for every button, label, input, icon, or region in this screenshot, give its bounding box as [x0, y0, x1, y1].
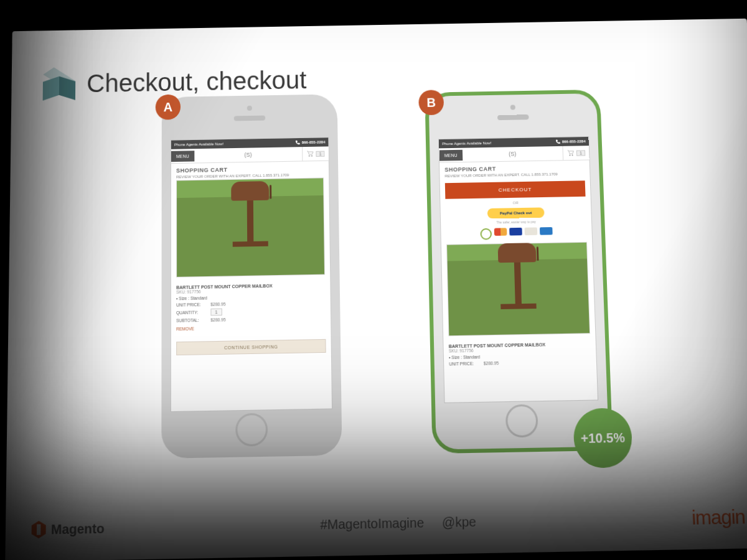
cart-icon [567, 150, 575, 156]
magento-footer-brand: Magento [32, 520, 105, 538]
paypal-tagline: The safer, easier way to pay [446, 219, 586, 225]
footer-hashtag: #MagentoImagine [320, 515, 424, 532]
mailbox-icon [498, 243, 538, 310]
subtotal-label: SUBTOTAL: [176, 318, 207, 323]
mini-cart[interactable]: 1 [562, 146, 589, 160]
svg-point-1 [311, 156, 312, 157]
svg-point-3 [572, 155, 573, 156]
mastercard-icon [494, 228, 507, 236]
home-button-icon [505, 404, 538, 437]
visa-icon [509, 228, 522, 236]
phone-frame-b: Phone Agents Available Now! 866-855-2284… [425, 90, 613, 454]
variant-b: B Phone Agents Available Now! 866-855-22… [425, 90, 613, 454]
variant-a: A Phone Agents Available Now! 866-855-22… [161, 94, 342, 459]
home-button-icon [235, 413, 268, 447]
topbar-phone: 866-855-2284 [562, 139, 586, 144]
or-separator: OR [445, 200, 585, 206]
unit-price-value: $280.95 [484, 361, 499, 366]
presentation-slide: Checkout, checkout A Phone Agents Availa… [5, 19, 747, 560]
paypal-button[interactable]: PayPal Check out [487, 207, 545, 218]
amex-icon [540, 227, 553, 235]
payment-method-icons [446, 226, 586, 241]
menu-button[interactable]: MENU [171, 151, 194, 162]
svg-point-2 [570, 155, 571, 156]
store-logo: (S) [463, 150, 563, 158]
menu-button[interactable]: MENU [439, 149, 463, 161]
continue-shopping-button[interactable]: CONTINUE SHOPPING [176, 339, 326, 355]
product-size: Size : Standard [451, 355, 480, 360]
remove-link[interactable]: REMOVE [176, 324, 326, 332]
unit-price-value: $280.95 [210, 302, 225, 307]
footer-event: imagin [691, 505, 745, 529]
screen-a: Phone Agents Available Now! 866-855-2284… [171, 137, 332, 412]
quantity-label: QUANTITY: [176, 310, 207, 315]
cart-count: 1 [316, 151, 325, 156]
subtotal-value: $280.95 [210, 317, 225, 322]
cart-count: 1 [576, 150, 585, 156]
product-size: Size : Standard [179, 296, 207, 301]
magento-logo-icon [32, 521, 46, 539]
mini-cart[interactable]: 1 [302, 146, 329, 161]
agents-text: Phone Agents Available Now! [442, 141, 491, 146]
unit-price-label: UNIT PRICE: [176, 302, 207, 307]
mailbox-icon [231, 181, 270, 247]
phone-icon [555, 139, 560, 144]
quantity-input[interactable]: 1 [210, 309, 222, 316]
product-image[interactable] [176, 177, 325, 278]
discover-icon [525, 227, 538, 235]
cart-review-line: REVIEW YOUR ORDER WITH AN EXPERT. CALL 1… [444, 172, 585, 178]
phone-frame-a: Phone Agents Available Now! 866-855-2284… [161, 94, 342, 459]
store-logo: (S) [194, 151, 302, 159]
unit-price-label: UNIT PRICE: [449, 361, 480, 366]
phone-icon [295, 140, 300, 145]
screen-b: Phone Agents Available Now! 866-855-2284… [438, 136, 598, 403]
slide-title: Checkout, checkout [87, 66, 306, 98]
svg-point-0 [309, 156, 310, 157]
topbar-phone: 866-855-2284 [302, 140, 326, 144]
cart-icon [306, 151, 314, 157]
authorize-net-icon [480, 228, 492, 240]
checkout-button[interactable]: CHECKOUT [445, 180, 586, 199]
footer-brand-text: Magento [51, 521, 105, 537]
uplift-badge: +10.5% [573, 408, 632, 469]
product-image[interactable] [446, 242, 590, 337]
footer-handle: @kpe [442, 514, 476, 530]
agents-text: Phone Agents Available Now! [174, 142, 223, 146]
